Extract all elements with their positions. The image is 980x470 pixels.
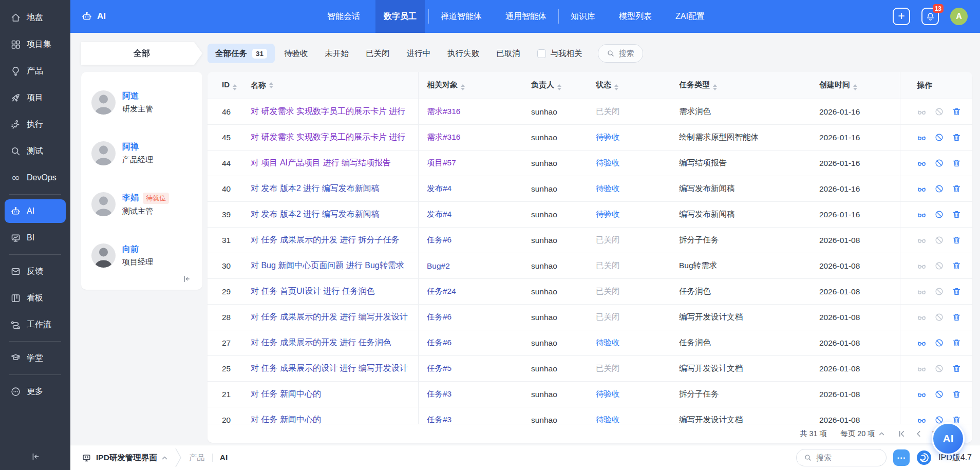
topnav-smart-chat[interactable]: 智能会话 [315,0,372,33]
review-glasses-icon[interactable] [917,235,927,245]
topnav-model-list[interactable]: 模型列表 [607,0,664,33]
table-row[interactable]: 45 对 研发需求 实现数字员工的展示卡片 进行 需求#316 sunhao 待… [208,125,972,151]
cancel-icon[interactable] [934,338,944,348]
task-name-link[interactable]: 对 Bug 新闻中心页面问题 进行 Bug转需求 [251,260,404,271]
review-glasses-icon[interactable] [917,158,927,168]
task-search-input[interactable]: 搜索 [598,44,643,63]
cancel-icon[interactable] [934,261,944,271]
prev-page-button[interactable] [915,430,922,438]
table-row[interactable]: 28 对 任务 成果展示的开发 进行 编写开发设计 任务#6 sunhao 已关… [208,305,972,330]
panel-collapse-button[interactable] [182,274,191,284]
cancel-icon[interactable] [934,210,944,219]
add-button[interactable]: + [893,8,910,25]
cancel-icon[interactable] [934,133,944,142]
delete-icon[interactable] [952,312,962,322]
sidebar-item-test[interactable]: 测试 [0,138,70,164]
cancel-icon[interactable] [934,184,944,194]
sidebar-item-feedback[interactable]: 反馈 [0,258,70,285]
task-name-link[interactable]: 对 发布 版本2 进行 编写发布新闻稿 [251,209,380,220]
table-row[interactable]: 20 对 任务 新闻中心的 任务#3 sunhao 待验收 编写开发设计文档 2… [208,407,972,425]
table-row[interactable]: 25 对 任务 成果展示的设计 进行 编写开发设计 任务#5 sunhao 已关… [208,356,972,382]
sidebar-item-program[interactable]: 项目集 [0,31,70,58]
related-object-link[interactable]: 任务#6 [427,338,451,347]
delete-icon[interactable] [952,107,962,117]
tab-all-tasks[interactable]: 全部任务 31 [208,44,275,63]
related-object-link[interactable]: Bug#2 [427,261,450,270]
tab-closed[interactable]: 已关闭 [366,48,390,59]
tab-pending-accept[interactable]: 待验收 [284,48,308,59]
sort-icon[interactable] [713,84,717,90]
sidebar-item-kanban[interactable]: 看板 [0,285,70,311]
related-object-link[interactable]: 任务#3 [427,389,451,398]
ai-assistant-fab[interactable]: AI [932,422,965,455]
column-header-name[interactable]: 名称 [251,72,419,99]
table-row[interactable]: 46 对 研发需求 实现数字员工的展示卡片 进行 需求#316 sunhao 已… [208,99,972,125]
related-object-link[interactable]: 任务#5 [427,364,451,372]
topnav-zentao-agent[interactable]: 禅道智能体 [429,0,494,33]
sidebar-item-devops[interactable]: ∞ DevOps [0,164,70,191]
task-name-link[interactable]: 对 研发需求 实现数字员工的展示卡片 进行 [251,106,405,117]
first-page-button[interactable] [898,430,906,438]
cancel-icon[interactable] [934,158,944,168]
person-name[interactable]: 阿道 [122,91,139,102]
topnav-digital-employee[interactable]: 数字员工 [375,0,425,33]
delete-icon[interactable] [952,184,962,194]
task-name-link[interactable]: 对 任务 首页UI设计 进行 任务润色 [251,286,375,297]
related-object-link[interactable]: 需求#316 [427,133,460,141]
task-name-link[interactable]: 对 项目 AI产品项目 进行 编写结项报告 [251,158,391,168]
delete-icon[interactable] [952,210,962,219]
person-name[interactable]: 阿禅 [122,142,139,153]
related-object-link[interactable]: 任务#6 [427,312,451,321]
topnav-knowledge-base[interactable]: 知识库 [559,0,607,33]
topnav-general-agent[interactable]: 通用智能体 [494,0,558,33]
notifications-button[interactable]: 13 [921,8,939,25]
table-row[interactable]: 21 对 任务 新闻中心的 任务#3 sunhao 待验收 拆分子任务 2026… [208,382,972,407]
cancel-icon[interactable] [934,312,944,322]
delete-icon[interactable] [952,338,962,348]
cancel-icon[interactable] [934,389,944,399]
review-glasses-icon[interactable] [917,184,927,194]
person-xiangqian[interactable]: 向前 项目经理 [91,243,153,268]
related-object-link[interactable]: 任务#6 [427,235,451,244]
sidebar-item-home[interactable]: 地盘 [0,4,70,31]
sort-icon[interactable] [853,84,857,90]
delete-icon[interactable] [952,158,962,168]
table-row[interactable]: 27 对 任务 成果展示的开发 进行 任务润色 任务#6 sunhao 待验收 … [208,330,972,356]
person-adao[interactable]: 阿道 研发主管 [91,90,153,115]
delete-icon[interactable] [952,261,962,271]
related-object-link[interactable]: 项目#57 [427,158,456,167]
review-glasses-icon[interactable] [917,210,927,219]
tab-cancelled[interactable]: 已取消 [496,48,520,59]
delete-icon[interactable] [952,389,962,399]
sidebar-item-product[interactable]: 产品 [0,58,70,84]
sidebar-item-execution[interactable]: 执行 [0,111,70,138]
related-to-me-checkbox[interactable] [537,49,546,58]
sidebar-item-ai[interactable]: AI [5,199,66,223]
table-row[interactable]: 39 对 发布 版本2 进行 编写发布新闻稿 发布#4 sunhao 待验收 编… [208,202,972,228]
task-name-link[interactable]: 对 任务 成果展示的设计 进行 编写开发设计 [251,363,408,374]
sidebar-collapse-button[interactable] [0,452,70,462]
sort-icon[interactable] [614,84,618,90]
column-header-owner[interactable]: 负责人 [526,80,591,90]
sort-icon[interactable] [233,84,237,90]
sidebar-item-project[interactable]: 项目 [0,84,70,111]
related-object-link[interactable]: 任务#24 [427,287,456,295]
table-row[interactable]: 30 对 Bug 新闻中心页面问题 进行 Bug转需求 Bug#2 sunhao… [208,253,972,279]
task-name-link[interactable]: 对 发布 版本2 进行 编写发布新闻稿 [251,183,380,194]
scope-ribbon[interactable]: 全部 [81,42,202,65]
column-header-related[interactable]: 相关对象 [419,80,526,90]
per-page-selector[interactable]: 每页 20 项 [840,429,884,439]
breadcrumb-ai[interactable]: AI [220,453,228,462]
tab-in-progress[interactable]: 进行中 [407,48,431,59]
related-object-link[interactable]: 发布#4 [427,184,451,193]
workspace-switcher[interactable]: IPD研发管理界面 [82,453,167,463]
user-avatar[interactable]: A [950,8,968,25]
sidebar-item-more[interactable]: 更多 [0,378,70,405]
cancel-icon[interactable] [934,364,944,373]
breadcrumb-product[interactable]: 产品 [189,453,205,463]
review-glasses-icon[interactable] [917,107,927,117]
cancel-icon[interactable] [934,287,944,296]
column-header-status[interactable]: 状态 [591,80,674,90]
sidebar-item-bi[interactable]: BI [0,224,70,251]
task-name-link[interactable]: 对 研发需求 实现数字员工的展示卡片 进行 [251,132,405,143]
